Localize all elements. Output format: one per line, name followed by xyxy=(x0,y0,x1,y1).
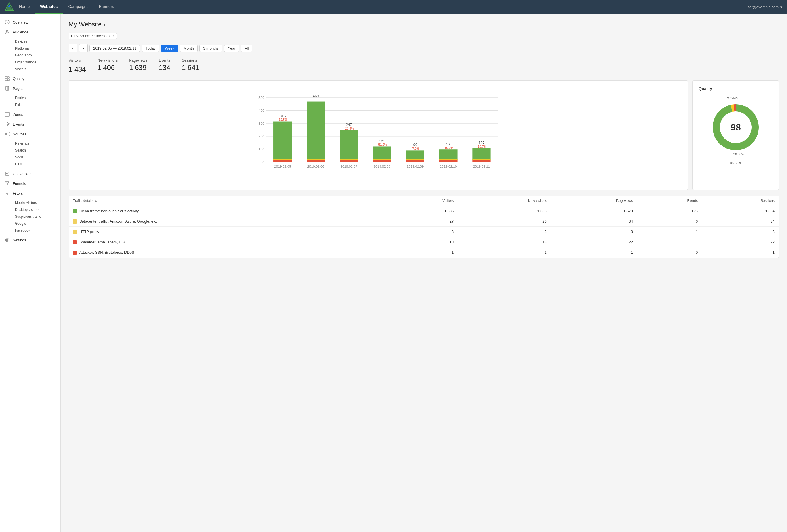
svg-rect-39 xyxy=(274,160,292,162)
svg-rect-9 xyxy=(7,79,9,81)
date-month-button[interactable]: Month xyxy=(180,45,198,52)
website-dropdown-icon[interactable]: ▾ xyxy=(103,22,105,27)
svg-point-2 xyxy=(8,5,10,7)
traffic-events: 0 xyxy=(637,247,702,258)
funnels-label: Funnels xyxy=(13,181,26,186)
sidebar-utm[interactable]: UTM xyxy=(13,161,60,168)
svg-text:-21.5%: -21.5% xyxy=(344,127,354,130)
sources-icon xyxy=(5,131,10,136)
sidebar-social[interactable]: Social xyxy=(13,154,60,161)
main-content: My Website ▾ UTM Source * : facebook × ‹… xyxy=(61,14,787,532)
col-sessions[interactable]: Sessions xyxy=(702,196,779,206)
sidebar-exits[interactable]: Exits xyxy=(13,102,60,108)
nav-banners[interactable]: Banners xyxy=(94,0,119,14)
sidebar-item-settings[interactable]: Settings xyxy=(0,235,60,245)
stat-visitors: Visitors 1 434 xyxy=(69,58,86,73)
sidebar-suspicious-traffic[interactable]: Suspicious traffic xyxy=(13,213,60,220)
col-pageviews[interactable]: Pageviews xyxy=(551,196,637,206)
traffic-label-cell: Attacker: SSH, Bruteforce, DDoS xyxy=(69,247,390,258)
col-new-visitors[interactable]: New visitors xyxy=(458,196,550,206)
col-visitors[interactable]: Visitors xyxy=(390,196,458,206)
sidebar-item-pages[interactable]: Pages xyxy=(0,84,60,93)
svg-rect-57 xyxy=(373,159,391,160)
svg-rect-61 xyxy=(406,150,424,160)
date-all-button[interactable]: All xyxy=(241,45,252,52)
sidebar-devices[interactable]: Devices xyxy=(13,38,60,45)
stat-events-value: 134 xyxy=(159,64,170,72)
filters-submenu: Mobile visitors Desktop visitors Suspici… xyxy=(0,198,60,235)
nav-websites[interactable]: Websites xyxy=(35,0,63,14)
svg-text:300: 300 xyxy=(258,121,264,125)
traffic-events: 6 xyxy=(637,216,702,227)
table-header-row: Traffic details ▲ Visitors New visitors … xyxy=(69,196,779,206)
donut-main-pct-label: 96.58% xyxy=(730,161,742,165)
sidebar-visitors[interactable]: Visitors xyxy=(13,66,60,72)
sidebar-item-funnels[interactable]: Funnels xyxy=(0,179,60,189)
svg-text:-7.2%: -7.2% xyxy=(411,147,419,150)
svg-rect-56 xyxy=(373,160,391,162)
date-week-button[interactable]: Week xyxy=(161,45,178,52)
sidebar-platforms[interactable]: Platforms xyxy=(13,45,60,52)
sidebar-item-events[interactable]: Events xyxy=(0,119,60,129)
sidebar-item-sources[interactable]: Sources xyxy=(0,129,60,139)
svg-text:315: 315 xyxy=(279,114,285,118)
sidebar-organizations[interactable]: Organizations xyxy=(13,59,60,66)
sidebar-desktop-visitors[interactable]: Desktop visitors xyxy=(13,206,60,213)
date-range-display: 2019.02.05 — 2019.02.11 xyxy=(89,45,140,52)
pages-submenu: Entries Exits xyxy=(0,93,60,109)
svg-point-18 xyxy=(8,132,9,133)
charts-row: 0100200300400500315-32.5%2019.02.0546920… xyxy=(69,80,779,190)
svg-text:2019.02.11: 2019.02.11 xyxy=(473,164,490,168)
page-header: My Website ▾ xyxy=(69,21,779,28)
nav-home[interactable]: Home xyxy=(14,0,35,14)
col-events[interactable]: Events xyxy=(637,196,702,206)
user-menu[interactable]: user@example.com ▾ xyxy=(745,5,782,9)
sidebar-mobile-visitors[interactable]: Mobile visitors xyxy=(13,199,60,206)
sidebar-item-audience[interactable]: Audience xyxy=(0,27,60,37)
date-3months-button[interactable]: 3 months xyxy=(199,45,222,52)
sidebar-item-overview[interactable]: Overview xyxy=(0,17,60,27)
svg-rect-40 xyxy=(274,159,292,160)
sidebar-item-filters[interactable]: Filters xyxy=(0,189,60,198)
traffic-visitors: 27 xyxy=(390,216,458,227)
stat-new-visitors-value: 1 406 xyxy=(98,64,118,72)
svg-rect-49 xyxy=(340,130,358,160)
pages-icon xyxy=(5,86,10,91)
traffic-sessions: 3 xyxy=(702,227,779,237)
sidebar-entries[interactable]: Entries xyxy=(13,94,60,102)
stat-sessions: Sessions 1 641 xyxy=(182,58,199,73)
settings-label: Settings xyxy=(13,238,26,242)
filter-tag-close-button[interactable]: × xyxy=(112,34,114,38)
sidebar-google[interactable]: Google xyxy=(13,220,60,227)
svg-text:-51.2%: -51.2% xyxy=(377,143,387,146)
svg-text:90: 90 xyxy=(413,142,417,147)
quality-chart-title: Quality xyxy=(699,86,773,91)
sidebar-item-quality[interactable]: Quality xyxy=(0,74,60,84)
svg-rect-67 xyxy=(439,150,457,160)
col-traffic-details[interactable]: Traffic details ▲ xyxy=(69,196,390,206)
svg-text:2019.02.06: 2019.02.06 xyxy=(307,164,324,168)
filter-tags-row: UTM Source * : facebook × xyxy=(69,33,779,39)
traffic-label-cell: Datacenter traffic: Amazon, Azure, Googl… xyxy=(69,216,390,227)
svg-rect-8 xyxy=(5,79,7,81)
date-year-button[interactable]: Year xyxy=(224,45,239,52)
svg-text:121: 121 xyxy=(379,139,385,143)
sidebar-item-conversions[interactable]: Conversions xyxy=(0,169,60,179)
settings-icon xyxy=(5,237,10,243)
sidebar-search[interactable]: Search xyxy=(13,147,60,154)
sidebar-facebook[interactable]: Facebook xyxy=(13,227,60,234)
sidebar-geography[interactable]: Geography xyxy=(13,52,60,59)
traffic-events: 126 xyxy=(637,206,702,216)
traffic-new-visitors: 26 xyxy=(458,216,550,227)
date-today-button[interactable]: Today xyxy=(142,45,159,52)
svg-point-19 xyxy=(8,135,9,136)
nav-campaigns[interactable]: Campaigns xyxy=(63,0,94,14)
page-title: My Website xyxy=(69,21,102,28)
date-prev-button[interactable]: ‹ xyxy=(69,44,77,52)
sidebar-item-zones[interactable]: Zones xyxy=(0,109,60,119)
bar-chart: 0100200300400500315-32.5%2019.02.0546920… xyxy=(73,85,683,177)
sidebar-referrals[interactable]: Referrals xyxy=(13,140,60,147)
date-next-button[interactable]: › xyxy=(79,44,88,52)
audience-submenu: Devices Platforms Geography Organization… xyxy=(0,37,60,74)
svg-text:96.58%: 96.58% xyxy=(733,152,744,156)
